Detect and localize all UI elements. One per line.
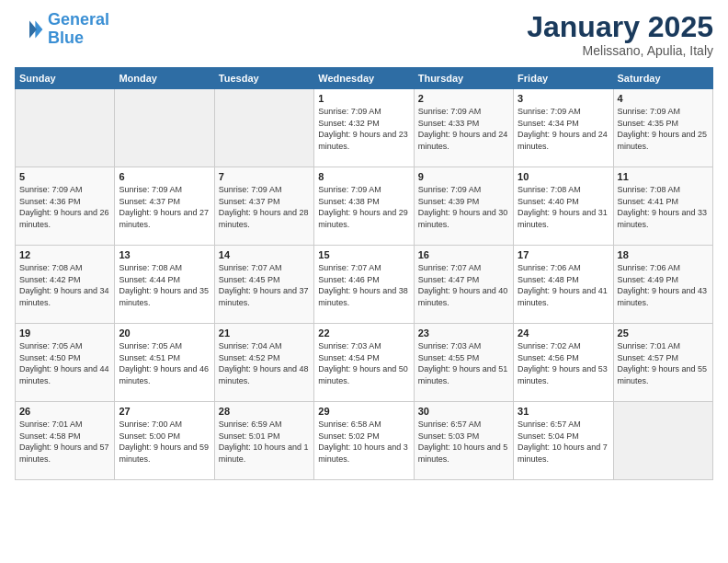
logo-general: General <box>48 10 109 29</box>
calendar-cell: 23Sunrise: 7:03 AM Sunset: 4:55 PM Dayli… <box>414 324 513 402</box>
day-number: 24 <box>518 327 609 339</box>
day-number: 30 <box>418 406 509 417</box>
day-info: Sunrise: 7:01 AM Sunset: 4:57 PM Dayligh… <box>618 340 709 386</box>
day-number: 7 <box>219 171 310 182</box>
day-number: 31 <box>518 406 609 417</box>
day-info: Sunrise: 7:01 AM Sunset: 4:58 PM Dayligh… <box>19 419 110 465</box>
calendar-cell <box>613 402 712 480</box>
calendar-cell: 9Sunrise: 7:09 AM Sunset: 4:39 PM Daylig… <box>414 167 513 246</box>
calendar-cell: 13Sunrise: 7:08 AM Sunset: 4:44 PM Dayli… <box>115 246 214 324</box>
day-info: Sunrise: 7:04 AM Sunset: 4:52 PM Dayligh… <box>219 340 310 386</box>
day-info: Sunrise: 7:09 AM Sunset: 4:37 PM Dayligh… <box>219 184 310 230</box>
logo-icon <box>15 15 44 44</box>
location-subtitle: Melissano, Apulia, Italy <box>527 43 713 58</box>
calendar-cell <box>214 89 313 167</box>
day-info: Sunrise: 6:57 AM Sunset: 5:03 PM Dayligh… <box>418 419 509 465</box>
calendar-cell: 24Sunrise: 7:02 AM Sunset: 4:56 PM Dayli… <box>514 324 613 402</box>
day-header-row: SundayMondayTuesdayWednesdayThursdayFrid… <box>16 68 713 89</box>
day-number: 12 <box>19 249 110 260</box>
day-number: 9 <box>418 171 509 182</box>
calendar-cell: 29Sunrise: 6:58 AM Sunset: 5:02 PM Dayli… <box>314 402 414 480</box>
calendar-cell: 14Sunrise: 7:07 AM Sunset: 4:45 PM Dayli… <box>214 246 313 324</box>
title-block: January 2025 Melissano, Apulia, Italy <box>527 11 713 58</box>
day-header-saturday: Saturday <box>613 68 712 89</box>
day-number: 22 <box>318 327 409 339</box>
logo: General Blue <box>15 11 109 48</box>
calendar-cell: 27Sunrise: 7:00 AM Sunset: 5:00 PM Dayli… <box>115 402 214 480</box>
week-row-3: 12Sunrise: 7:08 AM Sunset: 4:42 PM Dayli… <box>16 246 713 324</box>
day-info: Sunrise: 7:08 AM Sunset: 4:42 PM Dayligh… <box>19 262 110 308</box>
day-info: Sunrise: 7:05 AM Sunset: 4:50 PM Dayligh… <box>19 340 110 386</box>
day-info: Sunrise: 7:09 AM Sunset: 4:36 PM Dayligh… <box>19 184 110 230</box>
calendar-cell: 20Sunrise: 7:05 AM Sunset: 4:51 PM Dayli… <box>115 324 214 402</box>
day-info: Sunrise: 7:09 AM Sunset: 4:38 PM Dayligh… <box>318 184 409 230</box>
day-info: Sunrise: 7:09 AM Sunset: 4:33 PM Dayligh… <box>418 106 509 152</box>
calendar-cell: 18Sunrise: 7:06 AM Sunset: 4:49 PM Dayli… <box>613 246 712 324</box>
day-number: 20 <box>119 327 210 339</box>
calendar-cell: 19Sunrise: 7:05 AM Sunset: 4:50 PM Dayli… <box>16 324 115 402</box>
calendar-cell: 17Sunrise: 7:06 AM Sunset: 4:48 PM Dayli… <box>514 246 613 324</box>
header: General Blue January 2025 Melissano, Apu… <box>15 11 713 58</box>
day-number: 6 <box>119 171 210 182</box>
day-header-thursday: Thursday <box>414 68 513 89</box>
calendar-cell: 6Sunrise: 7:09 AM Sunset: 4:37 PM Daylig… <box>115 167 214 246</box>
day-header-sunday: Sunday <box>16 68 115 89</box>
day-info: Sunrise: 7:02 AM Sunset: 4:56 PM Dayligh… <box>518 340 609 386</box>
logo-blue: Blue <box>48 29 84 47</box>
calendar-cell: 22Sunrise: 7:03 AM Sunset: 4:54 PM Dayli… <box>314 324 414 402</box>
calendar-cell: 7Sunrise: 7:09 AM Sunset: 4:37 PM Daylig… <box>214 167 313 246</box>
day-info: Sunrise: 7:00 AM Sunset: 5:00 PM Dayligh… <box>119 419 210 465</box>
day-info: Sunrise: 7:07 AM Sunset: 4:46 PM Dayligh… <box>318 262 409 308</box>
day-number: 4 <box>618 93 709 104</box>
week-row-4: 19Sunrise: 7:05 AM Sunset: 4:50 PM Dayli… <box>16 324 713 402</box>
week-row-1: 1Sunrise: 7:09 AM Sunset: 4:32 PM Daylig… <box>16 89 713 167</box>
day-number: 23 <box>418 327 509 339</box>
day-info: Sunrise: 7:08 AM Sunset: 4:44 PM Dayligh… <box>119 262 210 308</box>
calendar-cell: 1Sunrise: 7:09 AM Sunset: 4:32 PM Daylig… <box>314 89 414 167</box>
day-number: 14 <box>219 249 310 260</box>
day-info: Sunrise: 7:05 AM Sunset: 4:51 PM Dayligh… <box>119 340 210 386</box>
day-number: 11 <box>618 171 709 182</box>
calendar-cell: 8Sunrise: 7:09 AM Sunset: 4:38 PM Daylig… <box>314 167 414 246</box>
day-number: 5 <box>19 171 110 182</box>
day-number: 10 <box>518 171 609 182</box>
day-number: 18 <box>618 249 709 260</box>
day-info: Sunrise: 7:09 AM Sunset: 4:37 PM Dayligh… <box>119 184 210 230</box>
day-number: 13 <box>119 249 210 260</box>
day-info: Sunrise: 7:09 AM Sunset: 4:32 PM Dayligh… <box>318 106 409 152</box>
calendar-cell: 21Sunrise: 7:04 AM Sunset: 4:52 PM Dayli… <box>214 324 313 402</box>
day-number: 8 <box>318 171 409 182</box>
day-info: Sunrise: 7:08 AM Sunset: 4:41 PM Dayligh… <box>618 184 709 230</box>
day-info: Sunrise: 7:08 AM Sunset: 4:40 PM Dayligh… <box>518 184 609 230</box>
day-number: 28 <box>219 406 310 417</box>
day-info: Sunrise: 6:59 AM Sunset: 5:01 PM Dayligh… <box>219 419 310 465</box>
logo-text: General Blue <box>48 11 109 48</box>
calendar-cell: 12Sunrise: 7:08 AM Sunset: 4:42 PM Dayli… <box>16 246 115 324</box>
week-row-5: 26Sunrise: 7:01 AM Sunset: 4:58 PM Dayli… <box>16 402 713 480</box>
day-number: 19 <box>19 327 110 339</box>
day-number: 21 <box>219 327 310 339</box>
day-number: 16 <box>418 249 509 260</box>
calendar-cell: 15Sunrise: 7:07 AM Sunset: 4:46 PM Dayli… <box>314 246 414 324</box>
calendar-cell: 2Sunrise: 7:09 AM Sunset: 4:33 PM Daylig… <box>414 89 513 167</box>
day-number: 15 <box>318 249 409 260</box>
day-info: Sunrise: 7:07 AM Sunset: 4:45 PM Dayligh… <box>219 262 310 308</box>
day-header-monday: Monday <box>115 68 214 89</box>
day-info: Sunrise: 7:07 AM Sunset: 4:47 PM Dayligh… <box>418 262 509 308</box>
day-info: Sunrise: 7:09 AM Sunset: 4:34 PM Dayligh… <box>518 106 609 152</box>
calendar-cell: 26Sunrise: 7:01 AM Sunset: 4:58 PM Dayli… <box>16 402 115 480</box>
day-number: 26 <box>19 406 110 417</box>
day-number: 25 <box>618 327 709 339</box>
day-number: 3 <box>518 93 609 104</box>
calendar-cell: 25Sunrise: 7:01 AM Sunset: 4:57 PM Dayli… <box>613 324 712 402</box>
day-info: Sunrise: 6:58 AM Sunset: 5:02 PM Dayligh… <box>318 419 409 465</box>
day-info: Sunrise: 7:03 AM Sunset: 4:54 PM Dayligh… <box>318 340 409 386</box>
day-info: Sunrise: 7:06 AM Sunset: 4:49 PM Dayligh… <box>618 262 709 308</box>
month-title: January 2025 <box>527 11 713 43</box>
day-number: 29 <box>318 406 409 417</box>
calendar-cell: 31Sunrise: 6:57 AM Sunset: 5:04 PM Dayli… <box>514 402 613 480</box>
day-header-tuesday: Tuesday <box>214 68 313 89</box>
week-row-2: 5Sunrise: 7:09 AM Sunset: 4:36 PM Daylig… <box>16 167 713 246</box>
page: General Blue January 2025 Melissano, Apu… <box>0 0 728 491</box>
day-info: Sunrise: 7:09 AM Sunset: 4:39 PM Dayligh… <box>418 184 509 230</box>
